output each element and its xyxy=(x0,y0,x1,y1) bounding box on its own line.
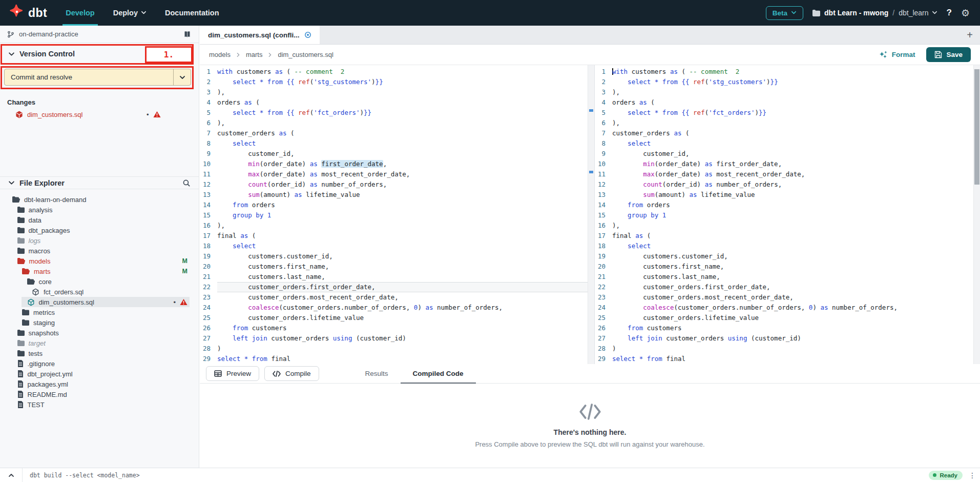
gear-icon[interactable]: ⚙ xyxy=(961,7,970,18)
line-number: 21 xyxy=(595,272,612,282)
line-number: 15 xyxy=(595,210,612,220)
tree-item--gitignore[interactable]: .gitignore xyxy=(0,358,199,369)
modified-badge: M xyxy=(182,268,187,275)
nav-documentation[interactable]: Documentation xyxy=(158,0,226,26)
breadcrumb-marts[interactable]: marts xyxy=(246,51,263,58)
model-icon xyxy=(15,111,23,118)
breadcrumb-models[interactable]: models xyxy=(209,51,231,58)
tree-item-label: dbt_project.yml xyxy=(28,370,73,378)
docs-book-icon[interactable] xyxy=(183,30,192,38)
command-input[interactable]: dbt build --select <model_name> xyxy=(23,472,929,479)
help-icon[interactable]: ? xyxy=(947,8,952,18)
kebab-menu-icon[interactable]: ⋮ xyxy=(963,471,980,479)
save-label: Save xyxy=(946,51,963,58)
code-text: ), xyxy=(217,220,594,231)
code-line: 8 select xyxy=(200,138,594,149)
code-line: 26 from customers xyxy=(200,323,594,333)
line-number: 19 xyxy=(200,251,217,262)
tree-item-dbt-learn-on-demand[interactable]: dbt-learn-on-demand xyxy=(0,194,199,205)
tab-dim-customers[interactable]: dim_customers.sql (confli... xyxy=(200,26,320,44)
modified-badge: M xyxy=(182,257,187,265)
code-line: 29select * from final xyxy=(595,354,980,364)
folder-icon xyxy=(17,227,25,233)
line-number: 4 xyxy=(200,97,217,108)
dbt-brand[interactable]: dbt xyxy=(0,4,58,22)
tree-item-label: models xyxy=(29,257,51,265)
nav-deploy[interactable]: Deploy xyxy=(106,0,154,26)
code-text: with customers as ( -- comment 2 xyxy=(217,67,594,77)
tree-item-test[interactable]: TEST xyxy=(0,399,199,410)
tree-item-marts[interactable]: martsM xyxy=(0,266,199,276)
chevron-down-icon xyxy=(791,9,797,17)
code-text: select xyxy=(217,138,594,149)
search-icon[interactable] xyxy=(182,179,191,187)
code-text: ), xyxy=(612,118,980,128)
line-number: 11 xyxy=(595,169,612,179)
commit-and-resolve-button[interactable]: Commit and resolve xyxy=(4,69,191,86)
tree-item-readme-md[interactable]: README.md xyxy=(0,389,199,399)
save-button[interactable]: Save xyxy=(926,47,971,62)
line-number: 11 xyxy=(200,169,217,179)
branch-row[interactable]: on-demand-practice xyxy=(0,26,199,43)
file-explorer-title: File Explorer xyxy=(19,179,65,187)
tab-compiled-code[interactable]: Compiled Code xyxy=(401,364,476,384)
tree-item-label: core xyxy=(39,278,52,286)
code-line: 21 customers.last_name, xyxy=(200,272,594,282)
file-explorer-header[interactable]: File Explorer xyxy=(0,176,199,189)
tree-item-metrics[interactable]: metrics xyxy=(0,307,199,317)
line-number: 20 xyxy=(200,262,217,272)
line-number: 7 xyxy=(595,128,612,138)
tab-results[interactable]: Results xyxy=(353,364,401,384)
tree-item-models[interactable]: modelsM xyxy=(0,256,199,266)
line-number: 10 xyxy=(200,159,217,169)
tree-item-packages-yml[interactable]: packages.yml xyxy=(0,379,199,389)
new-tab-plus-icon[interactable]: + xyxy=(967,30,973,40)
folder-icon xyxy=(17,248,25,254)
tree-item-macros[interactable]: macros xyxy=(0,246,199,256)
empty-results-state: There's nothing here. Press Compile abov… xyxy=(200,384,980,468)
command-panel-toggle[interactable] xyxy=(0,468,23,482)
folder-open-icon xyxy=(27,278,35,285)
folder-icon xyxy=(17,207,25,213)
code-icon xyxy=(579,404,601,422)
line-number: 24 xyxy=(200,303,217,313)
tree-item-logs[interactable]: logs xyxy=(0,235,199,246)
table-icon xyxy=(214,370,222,377)
tree-item-dbt-project-yml[interactable]: dbt_project.yml xyxy=(0,369,199,379)
tree-item-tests[interactable]: tests xyxy=(0,348,199,358)
tree-item-staging[interactable]: staging xyxy=(0,317,199,328)
scrollbar-thumb[interactable] xyxy=(974,69,979,185)
editor-pane-right[interactable]: 1with customers as ( -- comment 22 selec… xyxy=(594,65,980,364)
vertical-scrollbar[interactable] xyxy=(973,65,980,364)
format-button[interactable]: Format xyxy=(879,51,915,59)
editor-pane-left[interactable]: 1with customers as ( -- comment 22 selec… xyxy=(200,65,594,364)
line-number: 25 xyxy=(200,313,217,323)
main-area: dim_customers.sql (confli... + models ma… xyxy=(200,26,980,468)
preview-button[interactable]: Preview xyxy=(206,366,259,381)
tree-item-core[interactable]: core xyxy=(0,276,199,287)
line-number: 8 xyxy=(595,138,612,149)
project-selector[interactable]: dbt Learn - mwong / dbt_learn xyxy=(812,9,937,17)
code-line: 27 left join customer_orders using (cust… xyxy=(200,333,594,344)
tree-item-analysis[interactable]: analysis xyxy=(0,205,199,215)
tree-item-target[interactable]: target xyxy=(0,338,199,348)
changed-file-row[interactable]: dim_customers.sql • xyxy=(0,109,199,120)
commit-dropdown-toggle[interactable] xyxy=(173,69,191,85)
breadcrumb-file[interactable]: dim_customers.sql xyxy=(278,51,333,58)
compile-button[interactable]: Compile xyxy=(264,366,319,381)
line-number: 5 xyxy=(595,108,612,118)
beta-button[interactable]: Beta xyxy=(766,6,803,20)
code-line: 14 from orders xyxy=(595,200,980,210)
tree-item-fct-orders-sql[interactable]: fct_orders.sql xyxy=(0,287,199,297)
tree-item-dbt-packages[interactable]: dbt_packages xyxy=(0,225,199,235)
editor-tab-bar: dim_customers.sql (confli... + xyxy=(200,26,980,45)
tree-item-snapshots[interactable]: snapshots xyxy=(0,328,199,338)
tree-item-dim-customers-sql[interactable]: dim_customers.sql• xyxy=(0,297,199,307)
nav-develop[interactable]: Develop xyxy=(58,0,101,26)
chevron-right-icon xyxy=(267,52,273,57)
environment-name[interactable]: dbt_learn xyxy=(899,9,937,17)
unsaved-indicator-icon xyxy=(304,31,311,38)
overview-ruler[interactable] xyxy=(588,65,594,364)
ruler-marker xyxy=(589,171,593,173)
tree-item-data[interactable]: data xyxy=(0,215,199,225)
